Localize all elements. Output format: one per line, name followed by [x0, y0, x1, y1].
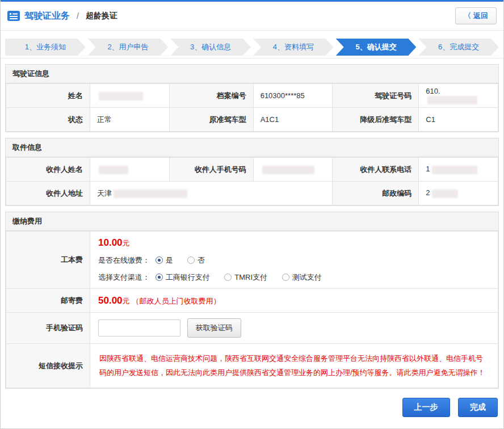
status-value-cell: 正常 — [90, 108, 170, 132]
online-pay-yes-option[interactable]: 是 — [156, 256, 173, 264]
license-no-label-cell: 驾驶证号码 — [333, 84, 419, 108]
recipient-phone-value-cell: 1 — [419, 158, 498, 182]
downgraded-type-label: 降级后准驾车型 — [360, 115, 411, 124]
pay-channel-question: 选择支付渠道： — [98, 273, 150, 281]
postage-label: 邮寄费 — [61, 296, 83, 305]
recipient-phone-label-cell: 收件人联系电话 — [333, 158, 419, 182]
back-button[interactable]: 〈返回 — [455, 7, 497, 24]
step-4-label: 4、资料填写 — [273, 43, 314, 51]
online-pay-yes-label: 是 — [166, 256, 173, 264]
channel-test-option[interactable]: 测试支付 — [282, 273, 322, 281]
name-redacted-value — [99, 92, 143, 100]
license-business-icon — [7, 11, 20, 21]
channel-tmri-option[interactable]: TMRI支付 — [224, 273, 267, 281]
radio-icbc-icon[interactable] — [156, 274, 163, 281]
radio-tmri-icon[interactable] — [224, 274, 232, 281]
sms-notice-label: 短信接收提示 — [39, 361, 83, 370]
page-container: 驾驶证业务 / 超龄换证 〈返回 1、业务须知 2、用户申告 3、确认信息 4、… — [0, 0, 504, 429]
production-fee-label-cell: 工本费 — [6, 232, 90, 289]
header-bar: 驾驶证业务 / 超龄换证 〈返回 — [1, 2, 503, 31]
finish-button[interactable]: 完成 — [458, 398, 498, 417]
postal-code-label-cell: 邮政编码 — [333, 182, 419, 205]
recipient-phone-redacted — [432, 166, 477, 174]
radio-test-icon[interactable] — [282, 274, 289, 281]
pay-channel-option-line: 选择支付渠道： 工商银行支付 TMRI支付 测试支付 — [98, 272, 490, 283]
license-no-label: 驾驶证号码 — [375, 91, 411, 100]
postal-code-value-cell: 2 — [419, 182, 498, 205]
postage-content-cell: 50.00元（邮政人员上门收取费用） — [90, 289, 498, 313]
step-6-done[interactable]: 6、完成提交 — [418, 39, 499, 56]
page-title-separator: / — [77, 11, 79, 20]
radio-no-icon[interactable] — [187, 256, 195, 264]
postage-label-cell: 邮寄费 — [6, 289, 90, 313]
original-type-value-cell: A1C1 — [253, 108, 333, 132]
step-4-fill[interactable]: 4、资料填写 — [253, 39, 334, 56]
file-no-value-cell: 610300****85 — [253, 84, 333, 108]
recipient-mobile-label-cell: 收件人手机号码 — [169, 158, 253, 182]
address-label: 收件人地址 — [46, 189, 83, 197]
postal-code-label: 邮政编码 — [382, 189, 411, 197]
channel-tmri-label: TMRI支付 — [234, 273, 267, 281]
original-type-label: 原准驾车型 — [209, 115, 246, 124]
postal-code-value: 2 — [426, 188, 430, 197]
original-type-label-cell: 原准驾车型 — [169, 108, 253, 132]
license-no-redacted — [427, 96, 477, 104]
captcha-label-cell: 手机验证码 — [6, 313, 90, 344]
postage-currency: 元 — [123, 297, 130, 305]
back-button-label: 返回 — [473, 11, 488, 20]
previous-step-button[interactable]: 上一步 — [402, 398, 450, 417]
table-row: 姓名 档案编号 610300****85 驾驶证号码 610. — [6, 84, 498, 108]
recipient-phone-value: 1 — [426, 165, 430, 173]
status-label-cell: 状态 — [6, 108, 90, 132]
step-3-label: 3、确认信息 — [190, 43, 231, 51]
step-nav: 1、业务须知 2、用户申告 3、确认信息 4、资料填写 5、确认提交 6、完成提… — [1, 31, 503, 58]
page-title: 驾驶证业务 / 超龄换证 — [7, 10, 117, 22]
recipient-mobile-label: 收件人手机号码 — [195, 165, 246, 174]
step-2-label: 2、用户申告 — [107, 43, 148, 51]
payment-section: 缴纳费用 工本费 10.00元 是否在线缴费： 是 否 选择支付渠道： 工 — [5, 212, 499, 389]
table-row: 短信接收提示 因陕西省联通、电信运营商技术问题，陕西省互联网交通安全综合服务管理… — [6, 344, 498, 388]
payment-section-title: 缴纳费用 — [6, 212, 498, 231]
radio-yes-icon[interactable] — [156, 256, 163, 264]
captcha-content-cell: 获取验证码 — [90, 313, 498, 344]
pickup-section-title: 取件信息 — [6, 138, 498, 157]
production-fee-amount-line: 10.00元 — [98, 237, 490, 249]
file-no-value: 610300****85 — [261, 91, 305, 100]
online-pay-no-option[interactable]: 否 — [187, 256, 205, 264]
license-section-title: 驾驶证信息 — [6, 65, 498, 83]
recipient-name-redacted — [99, 166, 128, 174]
downgraded-type-value-cell: C1 — [419, 108, 498, 132]
captcha-input[interactable] — [98, 319, 180, 337]
step-6-label: 6、完成提交 — [438, 43, 479, 51]
channel-test-label: 测试支付 — [292, 273, 322, 281]
license-info-table: 姓名 档案编号 610300****85 驾驶证号码 610. 状态 正常 原准… — [6, 83, 498, 132]
file-no-label-cell: 档案编号 — [169, 84, 253, 108]
status-label: 状态 — [68, 115, 83, 124]
table-row: 邮寄费 50.00元（邮政人员上门收取费用） — [6, 289, 498, 313]
pickup-info-section: 取件信息 收件人姓名 收件人手机号码 收件人联系电话 1 收件人地址 天津 邮政… — [5, 138, 499, 206]
online-pay-no-label: 否 — [198, 256, 205, 264]
online-pay-option-line: 是否在线缴费： 是 否 — [98, 255, 490, 266]
footer-actions: 上一步 完成 — [1, 389, 503, 425]
recipient-name-label-cell: 收件人姓名 — [6, 158, 90, 182]
recipient-mobile-value-cell — [253, 158, 333, 182]
back-chevron-icon: 〈 — [464, 11, 471, 20]
step-2-declare[interactable]: 2、用户申告 — [88, 39, 169, 56]
name-value-cell — [90, 84, 170, 108]
channel-icbc-label: 工商银行支付 — [166, 273, 210, 281]
table-row: 手机验证码 获取验证码 — [6, 313, 498, 344]
table-row: 工本费 10.00元 是否在线缴费： 是 否 选择支付渠道： 工商银行支付 TM… — [6, 232, 498, 289]
channel-icbc-option[interactable]: 工商银行支付 — [156, 273, 210, 281]
online-pay-question: 是否在线缴费： — [98, 256, 150, 264]
production-fee-currency: 元 — [123, 239, 130, 247]
original-type-value: A1C1 — [261, 115, 279, 124]
step-3-confirm-info[interactable]: 3、确认信息 — [170, 39, 251, 56]
file-no-label: 档案编号 — [217, 91, 246, 100]
table-row: 收件人姓名 收件人手机号码 收件人联系电话 1 — [6, 158, 498, 182]
payment-table: 工本费 10.00元 是否在线缴费： 是 否 选择支付渠道： 工商银行支付 TM… — [6, 231, 498, 388]
get-code-button[interactable]: 获取验证码 — [187, 318, 241, 338]
step-1-label: 1、业务须知 — [25, 43, 66, 51]
table-row: 状态 正常 原准驾车型 A1C1 降级后准驾车型 C1 — [6, 108, 498, 132]
step-5-confirm-submit[interactable]: 5、确认提交 — [336, 39, 417, 56]
step-1-notice[interactable]: 1、业务须知 — [5, 39, 86, 56]
